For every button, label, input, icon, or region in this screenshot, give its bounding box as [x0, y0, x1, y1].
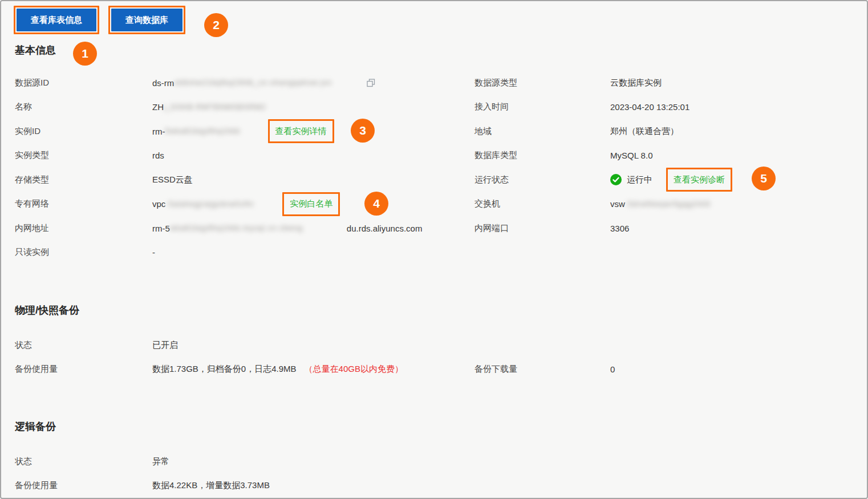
- view-table-info-button[interactable]: 查看库表信息: [17, 9, 96, 31]
- field-row-intranet-port: 内网端口 3306: [474, 216, 862, 241]
- callout-box-view-tables: 查看库表信息: [14, 6, 99, 34]
- physical-backup-title: 物理/快照备份: [15, 302, 79, 318]
- copy-icon[interactable]: [367, 79, 375, 87]
- view-instance-diagnosis-link[interactable]: 查看实例诊断: [674, 175, 725, 185]
- physical-backup-status-label: 状态: [15, 340, 152, 351]
- access-time-value: 2023-04-20 13:25:01: [610, 102, 689, 112]
- instance-type-value: rds: [152, 151, 164, 160]
- intranet-port-label: 内网端口: [474, 223, 610, 234]
- field-row-datasource-id: 数据源ID ds-rmxk8shw21bqfkq23hlb_cn-xhangqa…: [15, 71, 454, 95]
- field-row-physical-backup-usage: 备份使用量 数据1.73GB，归档备份0，日志4.9MB （总量在40GB以内免…: [15, 358, 528, 382]
- logical-backup-usage-label: 备份使用量: [15, 480, 152, 491]
- field-row-db-type: 数据库类型 MySQL 8.0: [474, 144, 862, 168]
- readonly-instance-value: -: [152, 248, 155, 257]
- run-status-label: 运行状态: [474, 175, 610, 185]
- toolbar: 查看库表信息 查询数据库: [14, 6, 185, 34]
- readonly-instance-label: 只读实例: [15, 247, 152, 258]
- physical-backup-usage-value: 数据1.73GB，归档备份0，日志4.9MB （总量在40GB以内免费）: [152, 364, 403, 375]
- field-row-backup-download: 备份下载量 0: [474, 358, 862, 382]
- datasource-type-value: 云数据库实例: [610, 78, 662, 88]
- query-database-button[interactable]: 查询数据库: [111, 9, 182, 31]
- field-row-datasource-type: 数据源类型 云数据库实例: [474, 71, 862, 95]
- access-time-label: 接入时间: [474, 102, 610, 112]
- physical-backup-usage-label: 备份使用量: [15, 364, 152, 375]
- field-row-physical-backup-status: 状态 已开启: [15, 333, 528, 358]
- physical-backup-free-quota-note: （总量在40GB以内免费）: [305, 364, 403, 375]
- region-label: 地域: [474, 126, 610, 137]
- vswitch-redacted: -5drwfkkejwr5gqg2l43l: [625, 199, 739, 209]
- intranet-address-suffix: du.rds.aliyuncs.com: [347, 224, 423, 233]
- intranet-address-label: 内网地址: [15, 223, 152, 234]
- view-instance-detail-link[interactable]: 查看实例详情: [275, 126, 327, 137]
- basic-info-right-column: 数据源类型 云数据库实例 接入时间 2023-04-20 13:25:01 地域…: [474, 71, 862, 241]
- callout-box-instance-diagnosis: 查看实例诊断: [666, 168, 732, 192]
- db-type-label: 数据库类型: [474, 150, 610, 161]
- instance-id-value: rm-5wka81bqy9hq1hkb 查看实例详情: [152, 119, 334, 143]
- field-row-vswitch: 交换机 vsw-5drwfkkejwr5gqg2l43l: [474, 192, 862, 217]
- intranet-address-redacted: wka81bqy9hq1hkb.mysql.cn-zbeng: [170, 223, 347, 233]
- vpc-redacted: -5alahegjrwjgvbrw0sfhr: [165, 199, 277, 209]
- logical-backup-title: 逻辑备份: [15, 419, 56, 435]
- datasource-id-prefix: ds-rm: [152, 78, 174, 88]
- field-row-region: 地域 郑州（联通合营）: [474, 119, 862, 144]
- vpc-label: 专有网络: [15, 198, 152, 209]
- intranet-address-prefix: rm-5: [152, 224, 170, 233]
- logical-backup-column: 状态 异常 备份使用量 数据4.22KB，增量数据3.73MB: [15, 449, 528, 498]
- basic-info-left-column: 数据源ID ds-rmxk8shw21bqfkq23hlb_cn-xhangqa…: [15, 71, 454, 265]
- instance-whitelist-link[interactable]: 实例白名单: [290, 198, 332, 209]
- name-redacted: |_DSKB-RMTBNMSBSRM2: [164, 102, 272, 112]
- backup-download-value: 0: [610, 364, 615, 374]
- field-row-logical-backup-status: 状态 异常: [15, 449, 528, 474]
- instance-id-prefix: rm-: [152, 127, 165, 136]
- basic-info-title: 基本信息: [15, 42, 56, 58]
- datasource-type-label: 数据源类型: [474, 78, 610, 88]
- physical-backup-status-value: 已开启: [152, 340, 178, 351]
- logical-backup-status-label: 状态: [15, 456, 152, 467]
- field-row-readonly-instance: 只读实例 -: [15, 241, 454, 265]
- callout-1: 1: [73, 42, 97, 66]
- region-value: 郑州（联通合营）: [610, 126, 679, 137]
- run-status-text: 运行中: [627, 175, 652, 185]
- field-row-storage-type: 存储类型 ESSD云盘: [15, 168, 454, 192]
- vswitch-label: 交换机: [474, 198, 610, 209]
- field-row-instance-type: 实例类型 rds: [15, 144, 454, 168]
- logical-backup-usage-value: 数据4.22KB，增量数据3.73MB: [152, 480, 270, 491]
- datasource-id-label: 数据源ID: [15, 78, 152, 88]
- field-row-vpc: 专有网络 vpc-5alahegjrwjgvbrw0sfhr 实例白名单: [15, 192, 454, 217]
- vpc-prefix: vpc: [152, 199, 165, 209]
- field-row-access-time: 接入时间 2023-04-20 13:25:01: [474, 95, 862, 120]
- callout-2: 2: [204, 13, 228, 37]
- callout-box-instance-whitelist: 实例白名单: [282, 192, 340, 216]
- instance-type-label: 实例类型: [15, 150, 152, 161]
- name-value: ZH|_DSKB-RMTBNMSBSRM2: [152, 102, 272, 112]
- callout-box-view-instance-detail: 查看实例详情: [268, 119, 334, 143]
- field-row-intranet-address: 内网地址 rm-5wka81bqy9hq1hkb.mysql.cn-zbengd…: [15, 216, 454, 241]
- vswitch-value: vsw-5drwfkkejwr5gqg2l43l: [610, 199, 739, 209]
- callout-box-query-db: 查询数据库: [108, 6, 185, 34]
- physical-backup-right-column: 备份下载量 0: [474, 358, 862, 382]
- name-prefix: ZH: [152, 102, 164, 112]
- intranet-address-value: rm-5wka81bqy9hq1hkb.mysql.cn-zbengdu.rds…: [152, 223, 422, 233]
- db-type-value: MySQL 8.0: [610, 151, 652, 160]
- physical-backup-left-column: 状态 已开启 备份使用量 数据1.73GB，归档备份0，日志4.9MB （总量在…: [15, 333, 528, 382]
- storage-type-label: 存储类型: [15, 175, 152, 185]
- datasource-id-redacted: xk8shw21bqfkq23hlb_cn-xhangqahsw-jsn: [174, 78, 362, 88]
- logical-backup-status-value: 异常: [152, 456, 169, 467]
- vpc-value: vpc-5alahegjrwjgvbrw0sfhr 实例白名单: [152, 192, 340, 216]
- physical-backup-usage-text: 数据1.73GB，归档备份0，日志4.9MB: [152, 364, 297, 375]
- field-row-instance-id: 实例ID rm-5wka81bqy9hq1hkb 查看实例详情: [15, 119, 454, 144]
- instance-id-redacted: 5wka81bqy9hq1hkb: [165, 126, 262, 136]
- field-row-name: 名称 ZH|_DSKB-RMTBNMSBSRM2: [15, 95, 454, 120]
- storage-type-value: ESSD云盘: [152, 175, 193, 185]
- instance-detail-page: 查看库表信息 查询数据库 1 2 3 4 5 基本信息 数据源ID ds-rmx…: [0, 0, 868, 499]
- datasource-id-value: ds-rmxk8shw21bqfkq23hlb_cn-xhangqahsw-js…: [152, 78, 375, 88]
- backup-download-label: 备份下载量: [474, 364, 610, 375]
- instance-id-label: 实例ID: [15, 126, 152, 137]
- field-row-logical-backup-usage: 备份使用量 数据4.22KB，增量数据3.73MB: [15, 474, 528, 498]
- run-status-value: 运行中 查看实例诊断: [610, 168, 732, 192]
- vswitch-prefix: vsw: [610, 199, 625, 209]
- intranet-port-value: 3306: [610, 224, 629, 233]
- field-row-run-status: 运行状态 运行中 查看实例诊断: [474, 168, 862, 192]
- status-running-check-icon: [610, 174, 622, 185]
- name-label: 名称: [15, 102, 152, 112]
